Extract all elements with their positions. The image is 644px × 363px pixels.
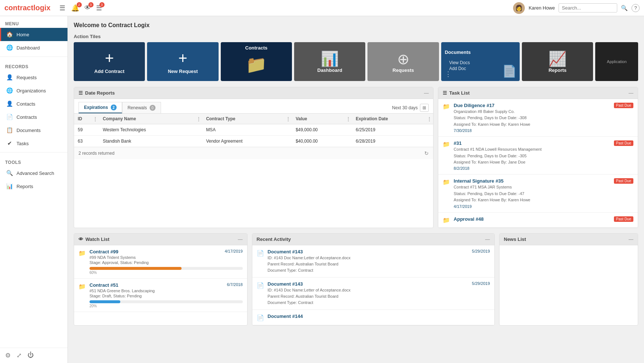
watch-item-title[interactable]: Contract #99 [89,249,118,254]
contracts-icon: 📄 [6,114,13,120]
task-item[interactable]: 📁 Due Diligence #17 Organization #8 Bake… [438,99,638,137]
tile-application[interactable]: Application [595,42,638,81]
action-tiles-row: + Add Contract + New Request Contracts 📁… [74,42,638,81]
documents-icon: 📋 [6,127,13,133]
topnav-icons: 🔔2 👁3 ☰3 [71,4,102,12]
settings-icon[interactable]: ⚙ [5,352,11,359]
table-row[interactable]: 59 Western Technologies MSA $49,000.00 6… [74,124,433,136]
power-icon[interactable]: ⏻ [28,352,34,359]
task-item[interactable]: 📁 Approval #48 Past Due [438,213,638,228]
sidebar-item-documents[interactable]: 📋 Documents [0,124,67,137]
task-item-title[interactable]: #31 [454,140,610,146]
activity-item-title[interactable]: Document #143 [268,281,303,287]
date-reports-collapse-btn[interactable]: — [424,90,429,96]
tab-renewals[interactable]: Renewals 0 [122,102,161,113]
col-company-menu[interactable]: ⋮ [196,116,201,122]
menu-icon[interactable]: ☰ [59,4,65,12]
app-body: Menu 🏠 Home 🌐 Dashboard Records 👤 Reques… [0,16,644,363]
tile-requests[interactable]: ⊕ Requests [367,42,439,81]
sidebar-organizations-label: Organizations [17,88,46,94]
recent-activity-collapse-btn[interactable]: — [485,236,490,242]
activity-item-title[interactable]: Document #143 [268,249,303,254]
task-item[interactable]: 📁 #31 Contract #1 NDA Lowell Resources M… [438,137,638,175]
activity-item-title[interactable]: Document #144 [268,314,303,319]
tab-expirations[interactable]: Expirations 2 [78,102,122,113]
news-list-panel: News List — [499,233,638,326]
tile-reports[interactable]: 📈 Reports [522,42,593,81]
sidebar-contracts-label: Contracts [17,114,37,120]
tile-contracts[interactable]: Contracts 📁 [221,42,292,81]
sidebar-item-home[interactable]: 🏠 Home [0,28,67,41]
col-id-menu[interactable]: ⋮ [93,116,98,122]
cell-expiration: 6/28/2019 [352,136,433,147]
col-expiration-menu[interactable]: ⋮ [427,116,432,122]
watch-item-sub2: Stage: Approval, Status: Pending [89,260,243,265]
refresh-icon[interactable]: ↻ [424,150,429,156]
activity-item-body: Document #143 5/29/2019 ID: #143 Doc Nam… [268,281,490,306]
tile-dashboard[interactable]: 📊 Dashboard [294,42,365,81]
watch-item[interactable]: 📁 Contract #99 4/17/2019 #99 NDA Trident… [74,245,247,279]
task-item-date: 8/2/2018 [454,166,610,170]
sidebar-item-dashboard[interactable]: 🌐 Dashboard [0,41,67,54]
task-item-detail2: Status: Pending, Days to Due Date: -47 [454,191,610,197]
tile-new-request[interactable]: + New Request [147,42,218,81]
documents-three-dots[interactable]: ⋮ [445,70,451,78]
news-list-collapse-btn[interactable]: — [629,236,633,242]
activity-item[interactable]: 📄 Document #144 [252,310,494,325]
task-item-body: Due Diligence #17 Organization #8 Baker … [454,103,610,133]
search-input[interactable] [559,3,617,12]
col-type-menu[interactable]: ⋮ [286,116,290,122]
watch-item-title[interactable]: Contract #51 [89,282,118,288]
activity-badge: 3 [88,2,94,7]
col-value-menu[interactable]: ⋮ [346,116,351,122]
dashboard-icon: 🌐 [6,44,13,51]
sidebar-home-label: Home [17,32,29,37]
tile-add-contract[interactable]: + Add Contract [74,42,145,81]
watch-list-title: 👁 Watch List [78,236,109,242]
date-reports-panel: ☰ Date Reports — Expirations 2 Re [74,87,433,228]
tasks-badge: 3 [99,2,105,7]
date-reports-table: ID⋮ Company Name⋮ Contract Type⋮ Value⋮ … [74,114,433,147]
export-btn[interactable]: ⊞ [420,104,429,112]
add-doc-link[interactable]: Add Doc [449,66,466,71]
expand-icon[interactable]: ⤢ [17,352,22,359]
tasks-icon[interactable]: ☰3 [96,4,102,12]
table-row[interactable]: 63 Standish Bank Vendor Agreement $40,00… [74,136,433,147]
activity-item-detail3: Document Type: Contract [268,300,490,305]
watch-icon: 👁 [78,236,83,242]
logo[interactable]: contractlogix [4,4,51,12]
sidebar-item-reports[interactable]: 📊 Reports [0,180,67,193]
watch-list-collapse-btn[interactable]: — [238,236,243,242]
watch-item[interactable]: 📁 Contract #51 6/7/2018 #51 NDA Greene B… [74,279,247,312]
task-item-title[interactable]: Approval #48 [454,216,610,222]
task-item-icon: 📁 [443,217,450,224]
notifications-icon[interactable]: 🔔2 [71,4,79,12]
new-request-icon: + [178,50,187,67]
activity-item[interactable]: 📄 Document #143 5/29/2019 ID: #143 Doc N… [252,245,494,278]
task-list-controls: — [629,90,633,96]
view-docs-link[interactable]: View Docs [449,60,470,65]
activity-icon[interactable]: 👁3 [84,4,91,12]
task-item-title[interactable]: Internal Signature #35 [454,178,610,184]
help-icon[interactable]: ? [632,4,640,12]
tab-renewals-label: Renewals [128,105,147,110]
topnav: contractlogix ☰ 🔔2 👁3 ☰3 👩 Karen Howe 🔍 … [0,0,644,16]
search-icon[interactable]: 🔍 [621,5,628,11]
sidebar-item-tasks[interactable]: ✔ Tasks [0,137,67,150]
sidebar-item-organizations[interactable]: 🌐 Organizations [0,84,67,97]
sidebar-item-requests[interactable]: 👤 Requests [0,71,67,84]
watch-list-controls: — [238,236,243,242]
sidebar-item-advanced-search[interactable]: 🔍 Advanced Search [0,166,67,180]
recent-activity-title: Recent Activity [257,236,291,242]
activity-item[interactable]: 📄 Document #143 5/29/2019 ID: #143 Doc N… [252,278,494,310]
user-name[interactable]: Karen Howe [528,5,555,11]
sidebar-item-contacts[interactable]: 👤 Contacts [0,97,67,110]
sidebar-item-contracts[interactable]: 📄 Contracts [0,110,67,124]
sidebar-documents-label: Documents [17,128,41,133]
task-item-title[interactable]: Due Diligence #17 [454,103,610,108]
task-list-collapse-btn[interactable]: — [629,90,633,96]
tile-documents[interactable]: Documents View Docs Add Doc 📄 ⋮ [441,42,520,81]
add-contract-label: Add Contract [94,69,124,74]
task-item-icon: 📁 [443,141,450,170]
task-item[interactable]: 📁 Internal Signature #35 Contract #71 MS… [438,175,638,212]
